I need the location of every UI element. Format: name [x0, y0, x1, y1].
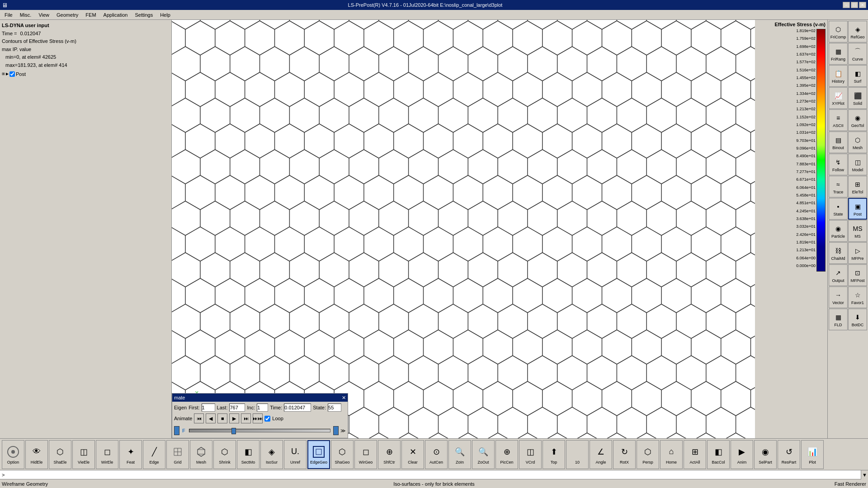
tree-checkbox[interactable] [9, 71, 15, 77]
menu-application[interactable]: Application [100, 11, 132, 19]
time-slider[interactable] [189, 429, 330, 432]
toolbar-btn-particle[interactable]: ◉Particle [829, 220, 848, 242]
toolbar-btn-favor1[interactable]: ☆Favor1 [848, 286, 867, 308]
bottom-btn-vieele[interactable]: ◫VieEle [72, 440, 95, 469]
bottom-btn-shfctr[interactable]: ⊕ShfCtr [378, 440, 401, 469]
bottom-btn-isosur[interactable]: ◈IsoSur [260, 440, 283, 469]
play-first-button[interactable]: ⏮ [194, 413, 204, 423]
toolbar-btn-trace[interactable]: ≈Trace [829, 176, 848, 197]
toolbar-btn-binout[interactable]: ▤Binout [829, 131, 848, 153]
toolbar-btn-geotol[interactable]: ◉GeoTol [848, 109, 867, 131]
menu-geometry[interactable]: Geometry [53, 11, 82, 19]
bottom-btn-10[interactable]: 10 [566, 440, 589, 469]
bottom-btn-shaele[interactable]: ⬡ShaEle [49, 440, 71, 469]
toolbar-btn-eletol[interactable]: ⊞EleTol [848, 176, 867, 197]
toolbar-btn-frirang[interactable]: ▦FriRang [829, 43, 848, 65]
bottom-btn-home[interactable]: ⌂Home [660, 440, 683, 469]
bottom-btn-baccol[interactable]: ◧BacCol [707, 440, 730, 469]
bottom-btn-grid[interactable]: Grid [166, 440, 189, 469]
menu-file[interactable]: File [1, 11, 16, 19]
close-button[interactable]: ✕ [859, 2, 866, 8]
command-scroll-button[interactable]: ▼ [861, 470, 868, 479]
bottom-btn-option[interactable]: Option [2, 440, 24, 469]
toolbar-btn-solid[interactable]: ⬛Solid [848, 87, 867, 109]
command-input[interactable] [6, 470, 861, 479]
toolbar-btn-curve[interactable]: ⌒Curve [848, 43, 867, 65]
inc-input[interactable] [257, 404, 268, 412]
minimize-button[interactable]: − [843, 2, 850, 8]
toolbar-btn-chaimd[interactable]: ⛓ChaiMd [829, 242, 848, 264]
loop-checkbox[interactable] [264, 416, 270, 422]
animate-titlebar[interactable]: mate ✕ [172, 394, 348, 402]
bottom-btn-piccen[interactable]: ⊕PicCen [495, 440, 518, 469]
bottom-btn-top[interactable]: ⬆Top [542, 440, 565, 469]
toolbar-btn-ms[interactable]: MSMS [848, 220, 867, 242]
bottom-btn-zoout[interactable]: 🔍ZoOut [472, 440, 495, 469]
menu-fem[interactable]: FEM [82, 11, 99, 19]
toolbar-btn-post[interactable]: ▣Post [848, 198, 867, 220]
toolbar-btn-fricomp[interactable]: ⬡FriComp [829, 21, 848, 42]
bottom-btn-unref[interactable]: U.Unref [284, 440, 307, 469]
last-input[interactable] [229, 404, 245, 412]
maximize-button[interactable]: □ [851, 2, 858, 8]
toolbar-btn-fld[interactable]: ▦FLD [829, 309, 848, 330]
bottom-btn-actall[interactable]: ⊞ActAll [684, 440, 706, 469]
bottom-btn-feat[interactable]: ✦Feat [119, 440, 142, 469]
play-stop-button[interactable]: ■ [217, 413, 227, 423]
nav-arrows[interactable]: ≫ [340, 428, 346, 434]
time-input[interactable] [284, 404, 311, 412]
toolbar-btn-history[interactable]: 📋History [829, 65, 848, 87]
toolbar-btn-refgeo[interactable]: ◈RefGeo [848, 21, 867, 42]
bottom-btn-edge[interactable]: ╱Edge [143, 440, 165, 469]
bottom-btn-wirele[interactable]: ◻WirEle [96, 440, 118, 469]
bottom-icon: ⊕ [382, 445, 396, 459]
menu-view[interactable]: View [35, 11, 53, 19]
toolbar-btn-xyplot[interactable]: 📈XYPlot [829, 87, 848, 109]
bottom-btn-plot[interactable]: 📊Plot [801, 440, 824, 469]
toolbar-btn-botdc[interactable]: ⬇BotDC [848, 309, 867, 330]
bottom-btn-mesh[interactable]: Mesh [190, 440, 212, 469]
toolbar-btn-vector[interactable]: →Vector [829, 286, 848, 308]
toolbar-btn-follow[interactable]: ↯Follow [829, 154, 848, 175]
bottom-btn-hidele[interactable]: 👁HidEle [25, 440, 48, 469]
bottom-btn-persp[interactable]: ⬡Persp [637, 440, 659, 469]
play-prev-button[interactable]: ◀ [206, 413, 216, 423]
bottom-btn-sectmo[interactable]: ◧SectMo [237, 440, 259, 469]
toolbar-btn-output[interactable]: ↗Output [829, 264, 848, 286]
bottom-label: VieEle [78, 460, 90, 465]
state-input[interactable] [328, 404, 341, 412]
bottom-btn-autcen[interactable]: ⊙AutCen [425, 440, 448, 469]
bottom-btn-rotx[interactable]: ↻RotX [613, 440, 636, 469]
toolbar-label: Surf [854, 80, 862, 84]
menu-settings[interactable]: Settings [131, 11, 156, 19]
toolbar-btn-mesh[interactable]: ⬡Mesh [848, 131, 867, 153]
bottom-btn-angle[interactable]: ∠Angle [590, 440, 612, 469]
bottom-btn-respart[interactable]: ↺ResPart [778, 440, 800, 469]
bottom-btn-wirgeo[interactable]: ◻WirGeo [354, 440, 377, 469]
bottom-btn-shageo[interactable]: ⬡ShaGeo [331, 440, 354, 469]
toolbar-btn-surf[interactable]: ◧Surf [848, 65, 867, 87]
animate-close-icon[interactable]: ✕ [342, 395, 346, 401]
toolbar-btn-state[interactable]: ▪State [829, 198, 848, 220]
toolbar-btn-ascii[interactable]: ≡ASCII [829, 109, 848, 131]
toolbar-btn-mfpre[interactable]: ▷MFPre [848, 242, 867, 264]
toolbar-btn-model[interactable]: ◫Model [848, 154, 867, 175]
toolbar-btn-mfpost[interactable]: ⊡MFPost [848, 264, 867, 286]
slider-left-thumb[interactable] [174, 426, 179, 435]
menu-misc[interactable]: Misc. [16, 11, 35, 19]
bottom-btn-zoin[interactable]: 🔍ZoIn [448, 440, 471, 469]
viewport[interactable]: Y X Z mate ✕ Eigen First: Last: Inc: [172, 20, 755, 438]
bottom-btn-anim[interactable]: ▶Anim [731, 440, 753, 469]
slider-right-thumb[interactable] [333, 426, 339, 435]
bottom-btn-selpart[interactable]: ◉SelPart [754, 440, 777, 469]
play-last-button[interactable]: ⏭⏭ [253, 413, 263, 423]
play-step-fwd-button[interactable]: ⏭ [241, 413, 251, 423]
bottom-btn-vcrd[interactable]: ◫VCrd [519, 440, 542, 469]
bottom-btn-edgegeo[interactable]: EdgeGeo [307, 440, 330, 469]
menu-help[interactable]: Help [156, 11, 174, 19]
first-input[interactable] [202, 404, 215, 412]
bottom-btn-shrink[interactable]: ⬡Shrink [213, 440, 236, 469]
tree-expand-icon[interactable]: ▶ [6, 72, 9, 76]
bottom-btn-clear[interactable]: ✕Clear [401, 440, 424, 469]
play-next-button[interactable]: ▶ [229, 413, 239, 423]
